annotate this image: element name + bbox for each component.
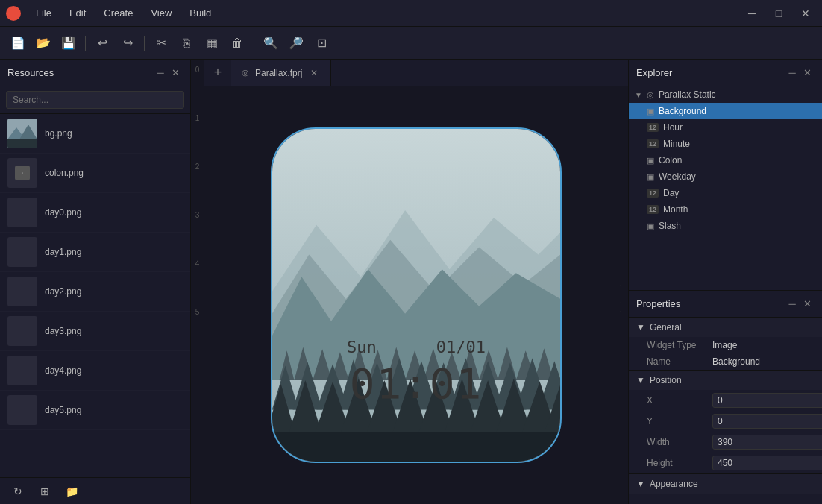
general-arrow-icon: ▼ — [636, 322, 645, 333]
tree-item-slash[interactable]: ▣ Slash — [629, 218, 822, 234]
resources-close-button[interactable]: ✕ — [168, 66, 183, 81]
x-input[interactable] — [712, 393, 822, 408]
properties-close-button[interactable]: ✕ — [800, 297, 815, 312]
add-tab-button[interactable]: + — [206, 61, 230, 85]
position-section: ▼ Position X ▲ ▼ Y — [629, 371, 822, 474]
clock-display: Sun 01/01 01:01 — [272, 338, 560, 408]
main-area: Resources ─ ✕ bg.png — [0, 60, 822, 504]
list-item[interactable]: day3.png — [0, 312, 190, 351]
resource-name: bg.png — [45, 128, 72, 139]
list-item[interactable]: day4.png — [0, 351, 190, 391]
tree-arrow-icon: ▼ — [635, 91, 642, 99]
resource-name: day0.png — [45, 207, 81, 218]
general-section-header[interactable]: ▼ General — [629, 318, 822, 337]
search-box — [0, 86, 190, 114]
close-button[interactable]: ✕ — [795, 3, 816, 24]
explorer-panel: Explorer ─ ✕ ▼ ◎ Parallax Static ▣ Backg… — [629, 60, 822, 291]
widget-type-row: Widget Type Image — [629, 337, 822, 353]
minimize-button[interactable]: ─ — [741, 3, 762, 24]
copy-button[interactable]: ⎘ — [175, 31, 198, 55]
resources-list: bg.png · colon.png day0.png day1.png day… — [0, 114, 190, 477]
screen-button[interactable]: ⊡ — [310, 31, 333, 55]
tree-item-minute[interactable]: 12 Minute — [629, 136, 822, 152]
explorer-close-button[interactable]: ✕ — [800, 66, 815, 81]
calendar-button[interactable]: ▦ — [200, 31, 224, 55]
toolbar-separator-2 — [144, 36, 145, 51]
canvas-scroll[interactable]: Sun 01/01 01:01 · · · · · — [204, 86, 628, 504]
add-folder-button[interactable]: 📁 — [60, 479, 84, 503]
tree-item-label: Slash — [659, 221, 681, 231]
menu-edit[interactable]: Edit — [62, 4, 93, 22]
add-file-button[interactable]: ⊞ — [33, 479, 57, 503]
resource-thumbnail — [7, 395, 37, 425]
zoom-out-button[interactable]: 🔍 — [259, 31, 283, 55]
tree-item-colon[interactable]: ▣ Colon — [629, 152, 822, 168]
tab-close-button[interactable]: ✕ — [308, 67, 320, 79]
app-icon — [6, 6, 21, 21]
ruler-mark-3: 3 — [195, 211, 200, 219]
list-item[interactable]: day5.png — [0, 391, 190, 430]
tab-bar: + ◎ Parallax.fprj ✕ — [204, 60, 628, 86]
delete-button[interactable]: 🗑 — [225, 31, 249, 55]
properties-minimize-button[interactable]: ─ — [785, 297, 800, 312]
tree-item-label: Day — [663, 188, 679, 198]
menu-view[interactable]: View — [143, 4, 179, 22]
new-button[interactable]: 📄 — [6, 31, 30, 55]
height-row: Height ▲ ▼ — [629, 453, 822, 473]
tree-item-hour[interactable]: 12 Hour — [629, 119, 822, 136]
ruler-mark-4: 4 — [195, 259, 200, 268]
list-item[interactable]: day1.png — [0, 233, 190, 272]
width-row: Width ▲ ▼ — [629, 432, 822, 453]
tree-item-label: Parallax Static — [659, 89, 716, 100]
search-input[interactable] — [6, 91, 184, 109]
parallax-tab[interactable]: ◎ Parallax.fprj ✕ — [231, 60, 331, 86]
save-button[interactable]: 💾 — [57, 31, 81, 55]
y-input[interactable] — [712, 414, 822, 429]
resources-header: Resources ─ ✕ — [0, 60, 190, 86]
tab-label: Parallax.fprj — [255, 68, 302, 78]
zoom-in-button[interactable]: 🔎 — [284, 31, 308, 55]
resource-thumbnail — [7, 237, 37, 267]
width-input[interactable] — [712, 435, 822, 450]
tree-item-day[interactable]: 12 Day — [629, 185, 822, 201]
tree-item-month[interactable]: 12 Month — [629, 201, 822, 218]
tree-image-icon: ▣ — [647, 156, 654, 166]
menu-build[interactable]: Build — [182, 4, 219, 22]
tree-item-label: Month — [663, 204, 688, 215]
redo-button[interactable]: ↪ — [116, 31, 139, 55]
menu-file[interactable]: File — [28, 4, 59, 22]
tree-item-background[interactable]: ▣ Background — [629, 103, 822, 119]
canvas-area: + ◎ Parallax.fprj ✕ — [204, 60, 628, 504]
cut-button[interactable]: ✂ — [149, 31, 173, 55]
maximize-button[interactable]: □ — [768, 3, 789, 24]
height-input[interactable] — [712, 456, 822, 470]
menu-create[interactable]: Create — [96, 4, 140, 22]
tree-item-label: Minute — [663, 139, 690, 149]
explorer-header: Explorer ─ ✕ — [629, 60, 822, 86]
list-item[interactable]: day0.png — [0, 193, 190, 233]
tree-node-icon: ◎ — [647, 90, 654, 100]
ruler-mark-0: 0 — [195, 66, 200, 74]
resources-minimize-button[interactable]: ─ — [153, 66, 168, 81]
open-button[interactable]: 📂 — [31, 31, 55, 55]
svg-rect-3 — [7, 139, 37, 148]
refresh-button[interactable]: ↻ — [6, 479, 30, 503]
resource-thumbnail — [7, 198, 37, 227]
explorer-minimize-button[interactable]: ─ — [785, 66, 800, 81]
list-item[interactable]: · colon.png — [0, 154, 190, 193]
widget-type-value: Image — [712, 340, 815, 350]
explorer-title: Explorer — [636, 67, 785, 78]
undo-button[interactable]: ↩ — [90, 31, 114, 55]
position-section-header[interactable]: ▼ Position — [629, 371, 822, 390]
list-item[interactable]: bg.png — [0, 114, 190, 154]
resource-name: colon.png — [45, 168, 84, 178]
list-item[interactable]: day2.png — [0, 272, 190, 312]
appearance-section-header[interactable]: ▼ Appearance — [629, 474, 822, 494]
name-label: Name — [647, 356, 706, 367]
watch-face: Sun 01/01 01:01 — [271, 127, 562, 463]
general-section-label: General — [650, 322, 682, 333]
resource-name: day2.png — [45, 286, 81, 297]
tree-item-weekday[interactable]: ▣ Weekday — [629, 168, 822, 185]
tree-item-label: Weekday — [659, 171, 696, 182]
tree-item-parallax-static[interactable]: ▼ ◎ Parallax Static — [629, 86, 822, 103]
